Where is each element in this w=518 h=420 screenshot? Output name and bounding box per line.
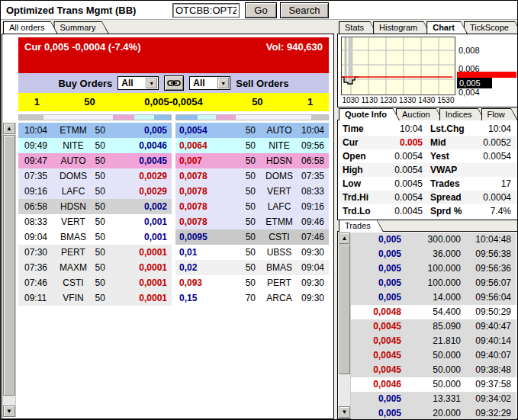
order-book-scrollbar[interactable]: ▲ ▼: [3, 123, 16, 417]
ask-market-maker: HDSN: [262, 153, 297, 168]
trade-row[interactable]: 0,005 13.331 09:34:02: [351, 392, 516, 406]
tab[interactable]: Chart: [426, 21, 468, 34]
trade-row[interactable]: 0,0045 21.810 09:40:14: [351, 334, 516, 348]
order-book-row[interactable]: 09:47 AUTO 50 0,0045 0,007 50 HDSN 06:58: [18, 153, 329, 168]
ask-side[interactable]: 0,0078 50 DOMS 07:35: [175, 168, 329, 184]
trade-row[interactable]: 0,0045 50.000 09:38:48: [351, 363, 516, 377]
bid-price: 0,0001: [125, 245, 172, 260]
order-book-row[interactable]: 09:16 LAFC 50 0,0029 0,0078 50 VERT 08:3…: [18, 184, 329, 199]
go-button[interactable]: Go: [245, 2, 277, 18]
scrollbar-thumb[interactable]: [339, 245, 350, 374]
quote-value: 0.0054: [383, 163, 423, 177]
tab[interactable]: Flow: [481, 108, 518, 120]
order-book-row[interactable]: 10:04 ETMM 50 0,005 0,0054 50 AUTO 10:04: [18, 123, 329, 138]
ask-market-maker: ARCA: [262, 290, 297, 306]
chevron-down-icon[interactable]: ▼: [217, 78, 229, 88]
ask-side[interactable]: 0,15 70 ARCA 09:30: [175, 290, 329, 306]
x-tick: 1130: [362, 96, 378, 104]
bid-side[interactable]: 10:04 ETMM 50 0,005: [18, 123, 172, 138]
ask-side[interactable]: 0,0078 50 ETMM 09:46: [175, 214, 329, 229]
bid-side[interactable]: 08:33 VERT 50 0,001: [18, 214, 172, 229]
tab[interactable]: Quote Info: [339, 108, 400, 120]
ask-side[interactable]: 0,0078 50 VERT 08:33: [175, 184, 329, 199]
order-book-row[interactable]: 06:58 HDSN 50 0,002 0,0078 50 LAFC 09:16: [18, 199, 329, 214]
trades-scrollbar[interactable]: ▲ ▼: [339, 232, 351, 418]
scroll-up-button[interactable]: ▲: [3, 123, 15, 134]
order-book-row[interactable]: 09:49 NITE 50 0,0046 0,0064 50 NITE 09:5…: [18, 138, 329, 153]
bid-side[interactable]: 09:16 LAFC 50 0,0029: [18, 184, 172, 199]
tab[interactable]: Histogram: [373, 21, 430, 34]
depth-bar-segment: [311, 115, 328, 120]
trade-row[interactable]: 0,0045 50.000 09:40:07: [351, 348, 516, 363]
bid-side[interactable]: 09:49 NITE 50 0,0046: [18, 138, 172, 153]
trade-row[interactable]: 0,005 100.000 09:56:36: [351, 261, 516, 276]
ask-side[interactable]: 0,007 50 HDSN 06:58: [175, 153, 329, 168]
trade-time: 09:37:58: [461, 377, 516, 392]
trade-row[interactable]: 0,005 100.000 09:56:07: [351, 276, 516, 290]
order-book-row[interactable]: 09:11 VFIN 50 0,0001 0,15 70 ARCA 09:30: [18, 290, 329, 306]
quote-label: Open: [339, 149, 383, 163]
bid-side[interactable]: 07:46 CSTI 50 0,0001: [18, 275, 172, 290]
ask-side[interactable]: 0,093 50 PERT 09:30: [175, 275, 329, 290]
trade-row[interactable]: 0,0046 50.000 09:37:58: [351, 377, 516, 392]
order-book-row[interactable]: 09:04 BMAS 50 0,001 0,0095 50 CSTI 07:46: [18, 229, 329, 245]
search-button[interactable]: Search: [280, 2, 329, 18]
bid-time: 08:33: [18, 214, 51, 229]
bid-side[interactable]: 07:35 DOMS 50 0,0029: [18, 168, 172, 184]
chart-tabs: Stats Histogram Chart TickScope: [339, 21, 518, 34]
buy-filter-value: All: [121, 78, 133, 88]
ask-side[interactable]: 0,0064 50 NITE 09:56: [175, 138, 329, 153]
trade-row[interactable]: 0,005 20.000 09:32:29: [351, 406, 516, 420]
trade-time: 09:50:29: [461, 305, 516, 319]
ask-side[interactable]: 0,02 50 BMAS 09:04: [175, 260, 329, 275]
ask-size: 50: [224, 184, 262, 199]
buy-orders-filter-select[interactable]: All ▼: [117, 76, 159, 90]
ask-market-maker: LAFC: [262, 199, 297, 214]
window-title: Optimized Trans Mgmt (BB): [6, 5, 136, 16]
ask-side[interactable]: 0,0054 50 AUTO 10:04: [175, 123, 329, 138]
ask-time: 07:35: [297, 168, 329, 184]
tab[interactable]: Auction: [396, 108, 443, 120]
order-book-row[interactable]: 07:46 CSTI 50 0,0001 0,093 50 PERT 09:30: [18, 275, 329, 290]
trade-row[interactable]: 0,005 300.000 10:04:48: [351, 232, 516, 247]
link-filters-button[interactable]: [164, 75, 184, 91]
order-book-row[interactable]: 07:30 PERT 50 0,0001 0,01 50 UBSS 09:30: [18, 245, 329, 260]
chevron-down-icon[interactable]: ▼: [146, 78, 157, 88]
ask-time: 09:04: [297, 260, 329, 275]
ask-side[interactable]: 0,01 50 UBSS 09:30: [175, 245, 329, 260]
bid-side[interactable]: 06:58 HDSN 50 0,002: [18, 199, 172, 214]
tab[interactable]: All orders: [3, 21, 57, 34]
order-book-row[interactable]: 07:35 DOMS 50 0,0029 0,0078 50 DOMS 07:3…: [18, 168, 329, 184]
bid-side[interactable]: 09:11 VFIN 50 0,0001: [18, 290, 172, 306]
trade-row[interactable]: 0,005 36.000 09:56:38: [351, 247, 516, 261]
bid-side[interactable]: 07:30 PERT 50 0,0001: [18, 245, 172, 260]
ask-time: 09:30: [297, 275, 329, 290]
order-book-row[interactable]: 08:33 VERT 50 0,001 0,0078 50 ETMM 09:46: [18, 214, 329, 229]
trade-row[interactable]: 0,0045 85.090 09:40:47: [351, 319, 516, 334]
ask-side[interactable]: 0,0095 50 CSTI 07:46: [175, 229, 329, 245]
ask-side[interactable]: 0,0078 50 LAFC 09:16: [175, 199, 329, 214]
tab[interactable]: Stats: [339, 21, 377, 34]
bid-side[interactable]: 09:47 AUTO 50 0,0045: [18, 153, 172, 168]
sell-orders-filter-select[interactable]: All ▼: [189, 76, 230, 90]
trade-row[interactable]: 0,005 14.000 09:56:04: [351, 290, 516, 305]
bid-side[interactable]: 07:36 MAXM 50 0,0001: [18, 260, 172, 275]
tab[interactable]: Trades: [339, 220, 384, 232]
scroll-down-button[interactable]: ▼: [339, 406, 350, 418]
scroll-up-button[interactable]: ▲: [339, 232, 350, 244]
tab[interactable]: Indices: [439, 108, 485, 120]
bid-side[interactable]: 09:04 BMAS 50 0,001: [18, 229, 172, 245]
scroll-down-button[interactable]: ▼: [3, 406, 15, 417]
tab[interactable]: Summary: [53, 21, 108, 34]
depth-bar-segment: [176, 115, 198, 120]
tab[interactable]: TickScope: [464, 21, 518, 34]
order-book-row[interactable]: 07:36 MAXM 50 0,0001 0,02 50 BMAS 09:04: [18, 260, 329, 275]
symbol-input[interactable]: [172, 3, 240, 18]
trade-row[interactable]: 0,0048 54.400 09:50:29: [351, 305, 516, 319]
bid-price: 0,0001: [125, 260, 172, 275]
bid-depth-bar: [18, 114, 172, 120]
bid-market-maker: MAXM: [51, 260, 95, 275]
scrollbar-thumb[interactable]: [3, 135, 15, 396]
depth-bar-segment: [134, 115, 154, 120]
bid-size: 50: [95, 168, 125, 184]
